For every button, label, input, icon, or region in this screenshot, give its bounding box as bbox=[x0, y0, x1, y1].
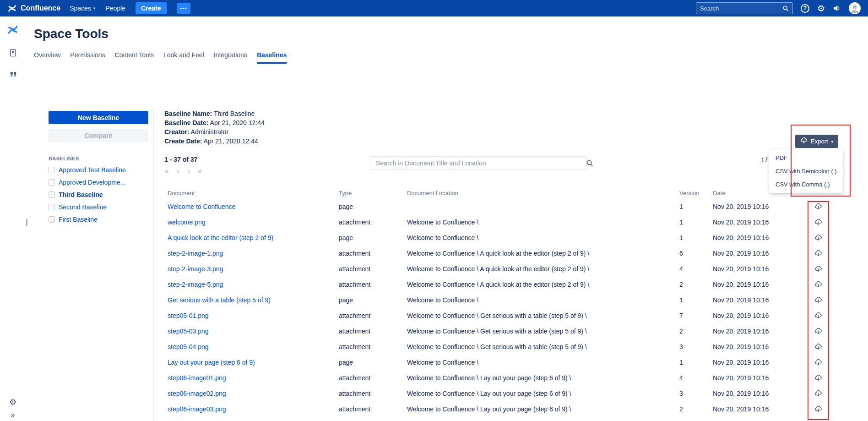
tab-baselines[interactable]: Baselines bbox=[257, 51, 287, 64]
space-logo-icon[interactable] bbox=[7, 24, 19, 36]
document-search-input[interactable] bbox=[370, 156, 587, 170]
page-title: Space Tools bbox=[34, 27, 108, 41]
quotes-icon[interactable] bbox=[9, 70, 17, 79]
table-row: step06-image03.pngattachmentWelcome to C… bbox=[161, 401, 840, 417]
pagination-next-page[interactable]: › bbox=[185, 167, 193, 175]
document-search-icon[interactable] bbox=[586, 159, 593, 167]
expand-sidebar-icon[interactable]: » bbox=[11, 411, 15, 419]
document-version: 4 bbox=[679, 374, 713, 382]
sidebar-resize-handle[interactable] bbox=[26, 219, 27, 226]
download-icon[interactable] bbox=[797, 343, 840, 351]
document-version: 3 bbox=[679, 390, 713, 397]
new-baseline-button[interactable]: New Baseline bbox=[49, 111, 148, 124]
document-link[interactable]: Lay out your page (step 6 of 9) bbox=[168, 359, 339, 366]
document-link[interactable]: step06-image02.png bbox=[168, 390, 339, 397]
baseline-link-approved-test-baseline[interactable]: Approved Test Baseline bbox=[59, 166, 126, 174]
document-type: attachment bbox=[339, 343, 407, 350]
document-date: Nov 20, 2019 10:16 bbox=[713, 265, 797, 273]
download-icon[interactable] bbox=[797, 281, 840, 289]
global-search-input[interactable] bbox=[700, 5, 782, 12]
document-link[interactable]: step-2-image-5.png bbox=[168, 281, 339, 288]
document-type: attachment bbox=[339, 328, 407, 335]
document-type: attachment bbox=[339, 405, 407, 413]
download-icon[interactable] bbox=[797, 390, 840, 398]
baseline-link-first-baseline[interactable]: First Baseline bbox=[59, 216, 98, 223]
document-version: 2 bbox=[679, 281, 713, 288]
download-icon[interactable] bbox=[797, 219, 840, 226]
confluence-home-link[interactable]: Confluence bbox=[7, 4, 60, 13]
document-link[interactable]: step05-03.png bbox=[168, 328, 339, 335]
document-location: Welcome to Confluence \ Lay out your pag… bbox=[407, 405, 679, 413]
tab-integrations[interactable]: Integrations bbox=[214, 51, 247, 64]
nav-people[interactable]: People bbox=[105, 5, 125, 12]
download-icon[interactable] bbox=[797, 296, 840, 304]
document-link[interactable]: step06-image03.png bbox=[168, 405, 339, 413]
pages-icon[interactable] bbox=[9, 49, 17, 57]
document-type: attachment bbox=[339, 374, 407, 382]
search-icon[interactable] bbox=[782, 5, 789, 11]
document-location: Welcome to Confluence \ A quick look at … bbox=[407, 265, 679, 273]
pagination-last-page[interactable]: » bbox=[196, 167, 204, 175]
tab-overview[interactable]: Overview bbox=[34, 51, 60, 64]
baseline-link-approved-developme[interactable]: Approved Developme... bbox=[59, 179, 125, 186]
export-button[interactable]: Export ▾ bbox=[795, 135, 838, 148]
document-table: DocumentTypeDocument LocationVersionDate… bbox=[161, 187, 840, 417]
document-link[interactable]: step05-01.png bbox=[168, 312, 339, 319]
table-row: A quick look at the editor (step 2 of 9)… bbox=[161, 230, 840, 246]
tab-permissions[interactable]: Permissions bbox=[70, 51, 105, 64]
export-menu-item-pdf[interactable]: PDF bbox=[769, 151, 843, 164]
settings-gear-icon[interactable]: ⚙ bbox=[817, 4, 825, 13]
pagination-first-page[interactable]: « bbox=[163, 167, 171, 175]
baseline-list: Approved Test BaselineApproved Developme… bbox=[49, 166, 148, 223]
document-link[interactable]: step06-image01.png bbox=[168, 374, 339, 382]
download-icon[interactable] bbox=[797, 234, 840, 242]
document-location: Welcome to Confluence \ bbox=[407, 234, 679, 241]
column-header-document: Document bbox=[168, 190, 339, 197]
download-icon[interactable] bbox=[797, 405, 840, 413]
download-icon[interactable] bbox=[797, 359, 840, 366]
document-link[interactable]: step-2-image-3.png bbox=[168, 265, 339, 273]
obscured-text: 17 bbox=[761, 156, 768, 164]
download-icon[interactable] bbox=[797, 250, 840, 257]
nav-spaces[interactable]: Spaces ▾ bbox=[70, 5, 95, 12]
compare-button[interactable]: Compare bbox=[49, 129, 148, 142]
detail-value: Administrator bbox=[189, 128, 228, 136]
download-icon[interactable] bbox=[797, 203, 840, 211]
document-link[interactable]: A quick look at the editor (step 2 of 9) bbox=[168, 234, 339, 241]
export-menu-item-csv-with-comma[interactable]: CSV with Comma (,) bbox=[769, 178, 843, 191]
download-icon[interactable] bbox=[797, 374, 840, 382]
tab-content-tools[interactable]: Content Tools bbox=[115, 51, 154, 64]
detail-row: Creator: Administrator bbox=[164, 127, 265, 137]
download-icon[interactable] bbox=[797, 265, 840, 273]
baseline-checkbox[interactable] bbox=[49, 179, 55, 186]
column-header-document-location: Document Location bbox=[407, 190, 679, 197]
space-settings-icon[interactable]: ⚙ bbox=[9, 398, 16, 406]
export-menu-item-csv-with-semicolon[interactable]: CSV with Semicolon (;) bbox=[769, 164, 843, 178]
document-link[interactable]: step05-04.png bbox=[168, 343, 339, 350]
baseline-checkbox[interactable] bbox=[49, 191, 55, 198]
baseline-checkbox[interactable] bbox=[49, 204, 55, 210]
download-icon[interactable] bbox=[797, 312, 840, 320]
document-link[interactable]: Get serious with a table (step 5 of 9) bbox=[168, 296, 339, 304]
download-icon[interactable] bbox=[797, 328, 840, 335]
document-link[interactable]: Welcome to Confluence bbox=[168, 203, 339, 210]
tab-look-and-feel[interactable]: Look and Feel bbox=[163, 51, 204, 64]
create-button[interactable]: Create bbox=[136, 2, 167, 14]
export-download-icon bbox=[800, 137, 808, 146]
document-link[interactable]: step-2-image-1.png bbox=[168, 250, 339, 257]
baseline-checkbox[interactable] bbox=[49, 216, 55, 223]
topbar-right: ? ⚙ bbox=[696, 2, 861, 14]
announcement-icon[interactable] bbox=[833, 4, 841, 12]
more-button[interactable]: ••• bbox=[177, 3, 191, 14]
main-content: Space Tools OverviewPermissionsContent T… bbox=[26, 16, 868, 421]
pagination-previous-page[interactable]: ‹ bbox=[174, 167, 182, 175]
baseline-link-third-baseline[interactable]: Third Baseline bbox=[59, 191, 103, 198]
help-icon[interactable]: ? bbox=[801, 4, 809, 13]
baseline-link-second-baseline[interactable]: Second Baseline bbox=[59, 203, 107, 211]
user-avatar[interactable] bbox=[849, 2, 861, 14]
document-link[interactable]: welcome.png bbox=[168, 219, 339, 226]
document-date: Nov 20, 2019 10:16 bbox=[713, 219, 797, 226]
document-type: attachment bbox=[339, 281, 407, 288]
nav-spaces-label: Spaces bbox=[70, 5, 91, 12]
baseline-checkbox[interactable] bbox=[49, 167, 55, 173]
